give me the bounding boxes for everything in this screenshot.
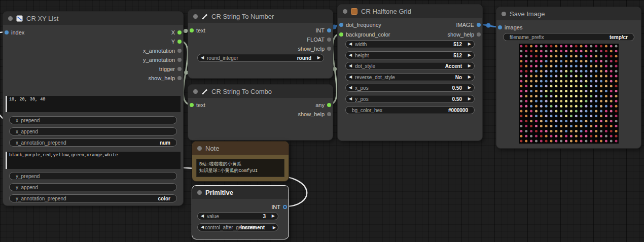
input-dot-frequency[interactable]: dot_frequency — [338, 20, 381, 29]
node-titlebar[interactable]: Note — [192, 142, 289, 155]
node-cr-xy-list[interactable]: CR XY List index X Y x_annotation y_anno… — [3, 11, 184, 206]
collapse-dot[interactable] — [502, 12, 506, 16]
node-save-image[interactable]: Save Image images filename_prefix temp/c… — [496, 7, 641, 149]
increment-arrow[interactable]: ▶ — [465, 84, 471, 92]
y-values-textarea[interactable]: black,purple,red,yellow,green,orange,whi… — [6, 152, 181, 169]
y-prepend-widget[interactable]: y_prepend — [9, 172, 177, 180]
node-titlebar[interactable]: CR String To Number — [188, 10, 333, 23]
output-show-help[interactable]: show_help — [269, 110, 333, 119]
output-slot-dot[interactable] — [177, 49, 182, 53]
input-images[interactable]: images — [496, 23, 522, 32]
input-text[interactable]: text — [188, 26, 205, 35]
decrement-arrow[interactable]: ◀ — [349, 95, 355, 103]
output-slot-dot[interactable] — [327, 38, 331, 42]
output-y-annotation[interactable]: y_annotation — [104, 55, 183, 64]
collapse-dot[interactable] — [197, 190, 202, 195]
collapse-dot[interactable] — [193, 14, 198, 19]
input-slot-dot[interactable] — [339, 23, 343, 27]
node-titlebar[interactable]: CR String To Combo — [188, 85, 333, 98]
output-y[interactable]: Y — [104, 37, 183, 46]
collapse-dot[interactable] — [197, 146, 202, 151]
node-titlebar[interactable]: Save Image — [496, 7, 641, 20]
filename-prefix-widget[interactable]: filename_prefix temp/cr — [503, 33, 634, 41]
output-slot-dot[interactable] — [177, 58, 182, 62]
increment-arrow[interactable]: ▶ — [465, 73, 471, 81]
output-x[interactable]: X — [104, 28, 183, 37]
round-integer-widget[interactable]: ◀ round_integer round ▶ — [197, 54, 324, 62]
output-slot-dot[interactable] — [177, 30, 182, 34]
decrement-arrow[interactable]: ◀ — [349, 73, 355, 81]
output-show-help[interactable]: show_help — [104, 74, 183, 83]
node-cr-string-to-combo[interactable]: CR String To Combo text any show_help — [188, 84, 333, 141]
x-pos-widget[interactable]: ◀ x_pos 0.50 ▶ — [345, 84, 475, 92]
input-slot-dot[interactable] — [190, 103, 194, 107]
output-int[interactable]: INT — [269, 26, 333, 35]
output-slot-dot[interactable] — [327, 103, 331, 107]
decrement-arrow[interactable]: ◀ — [349, 40, 355, 48]
input-slot-dot[interactable] — [5, 30, 9, 34]
output-show-help[interactable]: show_help — [269, 44, 333, 53]
output-slot-dot[interactable] — [283, 205, 287, 209]
output-slot-dot[interactable] — [327, 112, 331, 116]
output-slot-dot[interactable] — [477, 32, 481, 37]
output-slot-dot[interactable] — [177, 40, 182, 44]
reverse-dot-style-widget[interactable]: ◀ reverse_dot_style No ▶ — [345, 73, 475, 81]
output-x-annotation[interactable]: x_annotation — [104, 46, 183, 55]
node-cr-halftone-grid[interactable]: CR Halftone Grid dot_frequency backgroun… — [337, 4, 483, 141]
dot-style-widget[interactable]: ◀ dot_style Accent ▶ — [345, 62, 475, 70]
input-background-color[interactable]: background_color — [338, 30, 390, 39]
node-titlebar[interactable]: CR XY List — [3, 12, 183, 25]
node-primitive[interactable]: Primitive INT ◀ value 3 ▶ ◀ control_afte… — [192, 185, 289, 239]
output-image[interactable]: IMAGE — [418, 20, 482, 29]
output-slot-dot[interactable] — [327, 28, 331, 32]
collapse-dot[interactable] — [193, 89, 198, 94]
output-slot-dot[interactable] — [327, 47, 331, 51]
node-graph-canvas[interactable]: CR XY List index X Y x_annotation y_anno… — [0, 0, 644, 242]
increment-arrow[interactable]: ▶ — [465, 40, 471, 48]
note-textarea[interactable]: B站:啦啦啦的小黄瓜 知识星球:小黄瓜的ComfyUI — [196, 159, 284, 177]
collapse-dot[interactable] — [8, 16, 13, 21]
node-note[interactable]: Note B站:啦啦啦的小黄瓜 知识星球:小黄瓜的ComfyUI — [192, 141, 289, 182]
increment-arrow[interactable]: ▶ — [465, 51, 471, 59]
node-titlebar[interactable]: Primitive — [192, 186, 289, 199]
node-cr-string-to-number[interactable]: CR String To Number text INT FLOAT show_… — [188, 9, 333, 79]
x-append-widget[interactable]: x_append — [9, 127, 177, 135]
node-titlebar[interactable]: CR Halftone Grid — [338, 5, 482, 18]
increment-arrow[interactable]: ▶ — [314, 54, 320, 62]
output-slot-dot[interactable] — [477, 23, 481, 27]
increment-arrow[interactable]: ▶ — [465, 95, 471, 103]
input-slot-dot[interactable] — [190, 28, 194, 32]
output-show-help[interactable]: show_help — [418, 30, 482, 39]
bg-color-hex-widget[interactable]: bg_color_hex #000000 — [345, 106, 475, 114]
y-append-widget[interactable]: y_append — [9, 183, 177, 191]
value-widget[interactable]: ◀ value 3 ▶ — [197, 212, 278, 220]
input-slot-dot[interactable] — [498, 25, 502, 29]
height-widget[interactable]: ◀ height 512 ▶ — [345, 51, 475, 59]
collapse-dot[interactable] — [343, 9, 347, 14]
link-midpoint — [486, 23, 491, 28]
width-widget[interactable]: ◀ width 512 ▶ — [345, 40, 475, 48]
y-pos-widget[interactable]: ◀ y_pos 0.50 ▶ — [345, 95, 475, 103]
decrement-arrow[interactable]: ◀ — [201, 54, 207, 62]
input-slot-dot[interactable] — [339, 32, 343, 37]
decrement-arrow[interactable]: ◀ — [349, 62, 355, 70]
output-slot-dot[interactable] — [177, 76, 182, 80]
y-annotation-prepend-widget[interactable]: y_annotation_prepend color — [9, 194, 177, 202]
x-prepend-widget[interactable]: x_prepend — [9, 116, 177, 124]
increment-arrow[interactable]: ▶ — [465, 62, 471, 70]
x-values-textarea[interactable]: 10, 20, 30, 40 — [6, 96, 181, 112]
input-index[interactable]: index — [3, 28, 24, 37]
decrement-arrow[interactable]: ◀ — [349, 51, 355, 59]
input-text[interactable]: text — [188, 100, 205, 110]
control-after-generate-widget[interactable]: ◀ control_after_generate increment ▶ — [197, 223, 278, 231]
output-int[interactable]: INT — [235, 202, 289, 212]
increment-arrow[interactable]: ▶ — [270, 224, 276, 232]
decrement-arrow[interactable]: ◀ — [349, 84, 355, 92]
x-annotation-prepend-widget[interactable]: x_annotation_prepend num — [9, 139, 177, 147]
output-any[interactable]: any — [269, 100, 333, 110]
increment-arrow[interactable]: ▶ — [269, 212, 275, 220]
output-trigger[interactable]: trigger — [104, 64, 183, 74]
output-float[interactable]: FLOAT — [269, 35, 333, 44]
decrement-arrow[interactable]: ◀ — [201, 212, 207, 220]
output-slot-dot[interactable] — [177, 67, 182, 71]
